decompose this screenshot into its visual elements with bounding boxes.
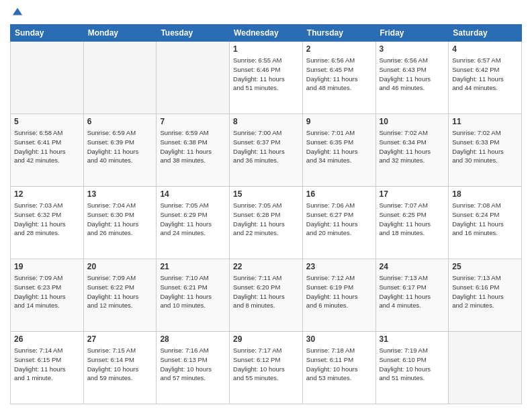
calendar-cell: 17Sunrise: 7:07 AM Sunset: 6:25 PM Dayli… [375, 187, 449, 259]
day-number: 24 [380, 262, 445, 271]
day-number: 1 [233, 44, 299, 54]
calendar-cell: 23Sunrise: 7:12 AM Sunset: 6:19 PM Dayli… [302, 259, 375, 332]
day-info: Sunrise: 6:57 AM Sunset: 6:42 PM Dayligh… [452, 56, 518, 93]
calendar-cell: 2Sunrise: 6:56 AM Sunset: 6:45 PM Daylig… [302, 42, 375, 114]
day-number: 12 [14, 189, 80, 199]
calendar-cell: 4Sunrise: 6:57 AM Sunset: 6:42 PM Daylig… [449, 42, 522, 114]
weekday-header-tuesday: Tuesday [157, 25, 230, 42]
day-info: Sunrise: 6:58 AM Sunset: 6:41 PM Dayligh… [14, 128, 80, 165]
day-number: 5 [14, 117, 80, 126]
weekday-header-sunday: Sunday [11, 25, 84, 42]
day-number: 26 [14, 334, 80, 344]
day-info: Sunrise: 7:10 AM Sunset: 6:21 PM Dayligh… [160, 273, 226, 310]
calendar-week-row: 1Sunrise: 6:55 AM Sunset: 6:46 PM Daylig… [11, 42, 522, 114]
day-info: Sunrise: 7:08 AM Sunset: 6:24 PM Dayligh… [452, 201, 518, 238]
day-info: Sunrise: 7:12 AM Sunset: 6:19 PM Dayligh… [306, 273, 372, 310]
day-number: 18 [452, 189, 518, 199]
calendar-cell: 28Sunrise: 7:16 AM Sunset: 6:13 PM Dayli… [157, 332, 230, 404]
day-info: Sunrise: 7:09 AM Sunset: 6:22 PM Dayligh… [87, 273, 153, 310]
weekday-header-monday: Monday [83, 25, 157, 42]
day-number: 11 [452, 117, 518, 126]
day-info: Sunrise: 7:02 AM Sunset: 6:33 PM Dayligh… [452, 128, 518, 165]
calendar-cell: 8Sunrise: 7:00 AM Sunset: 6:37 PM Daylig… [230, 114, 303, 187]
weekday-header-thursday: Thursday [302, 25, 375, 42]
day-number: 6 [87, 117, 153, 126]
day-number: 4 [452, 44, 518, 54]
day-info: Sunrise: 6:56 AM Sunset: 6:45 PM Dayligh… [306, 56, 372, 93]
calendar-cell: 31Sunrise: 7:19 AM Sunset: 6:10 PM Dayli… [375, 332, 449, 404]
calendar-cell: 14Sunrise: 7:05 AM Sunset: 6:29 PM Dayli… [157, 187, 230, 259]
day-info: Sunrise: 6:55 AM Sunset: 6:46 PM Dayligh… [233, 56, 299, 93]
day-number: 8 [233, 117, 299, 126]
weekday-header-wednesday: Wednesday [230, 25, 303, 42]
day-number: 9 [306, 117, 372, 126]
day-number: 20 [87, 262, 153, 271]
calendar-cell: 18Sunrise: 7:08 AM Sunset: 6:24 PM Dayli… [449, 187, 522, 259]
calendar-cell: 13Sunrise: 7:04 AM Sunset: 6:30 PM Dayli… [83, 187, 157, 259]
logo [10, 7, 24, 19]
calendar-week-row: 26Sunrise: 7:14 AM Sunset: 6:15 PM Dayli… [11, 332, 522, 404]
day-number: 22 [233, 262, 299, 271]
day-info: Sunrise: 7:15 AM Sunset: 6:14 PM Dayligh… [87, 346, 153, 383]
calendar-cell: 29Sunrise: 7:17 AM Sunset: 6:12 PM Dayli… [230, 332, 303, 404]
logo-text [10, 7, 24, 19]
svg-marker-0 [13, 8, 22, 15]
day-number: 23 [306, 262, 372, 271]
page: SundayMondayTuesdayWednesdayThursdayFrid… [0, 0, 532, 411]
calendar-cell: 3Sunrise: 6:56 AM Sunset: 6:43 PM Daylig… [375, 42, 449, 114]
calendar-cell: 27Sunrise: 7:15 AM Sunset: 6:14 PM Dayli… [83, 332, 157, 404]
day-number: 16 [306, 189, 372, 199]
day-info: Sunrise: 6:56 AM Sunset: 6:43 PM Dayligh… [380, 56, 445, 93]
calendar-week-row: 19Sunrise: 7:09 AM Sunset: 6:23 PM Dayli… [11, 259, 522, 332]
day-info: Sunrise: 7:11 AM Sunset: 6:20 PM Dayligh… [233, 273, 299, 310]
day-number: 2 [306, 44, 372, 54]
calendar-week-row: 12Sunrise: 7:03 AM Sunset: 6:32 PM Dayli… [11, 187, 522, 259]
day-info: Sunrise: 7:17 AM Sunset: 6:12 PM Dayligh… [233, 346, 299, 383]
day-info: Sunrise: 7:19 AM Sunset: 6:10 PM Dayligh… [380, 346, 445, 383]
weekday-header-friday: Friday [375, 25, 449, 42]
calendar-cell: 7Sunrise: 6:59 AM Sunset: 6:38 PM Daylig… [157, 114, 230, 187]
calendar-cell: 9Sunrise: 7:01 AM Sunset: 6:35 PM Daylig… [302, 114, 375, 187]
day-number: 21 [160, 262, 226, 271]
day-number: 25 [452, 262, 518, 271]
day-number: 31 [380, 334, 445, 344]
calendar-cell [83, 42, 157, 114]
calendar-cell: 30Sunrise: 7:18 AM Sunset: 6:11 PM Dayli… [302, 332, 375, 404]
calendar-cell: 1Sunrise: 6:55 AM Sunset: 6:46 PM Daylig… [230, 42, 303, 114]
calendar-cell: 21Sunrise: 7:10 AM Sunset: 6:21 PM Dayli… [157, 259, 230, 332]
day-info: Sunrise: 7:09 AM Sunset: 6:23 PM Dayligh… [14, 273, 80, 310]
day-info: Sunrise: 7:14 AM Sunset: 6:15 PM Dayligh… [14, 346, 80, 383]
day-info: Sunrise: 7:13 AM Sunset: 6:17 PM Dayligh… [380, 273, 445, 310]
calendar-cell: 10Sunrise: 7:02 AM Sunset: 6:34 PM Dayli… [375, 114, 449, 187]
day-number: 29 [233, 334, 299, 344]
calendar-table: SundayMondayTuesdayWednesdayThursdayFrid… [10, 24, 522, 404]
day-number: 13 [87, 189, 153, 199]
calendar-cell: 12Sunrise: 7:03 AM Sunset: 6:32 PM Dayli… [11, 187, 84, 259]
calendar-cell: 11Sunrise: 7:02 AM Sunset: 6:33 PM Dayli… [449, 114, 522, 187]
day-number: 28 [160, 334, 226, 344]
day-info: Sunrise: 6:59 AM Sunset: 6:38 PM Dayligh… [160, 128, 226, 165]
calendar-cell [11, 42, 84, 114]
day-info: Sunrise: 7:07 AM Sunset: 6:25 PM Dayligh… [380, 201, 445, 238]
day-number: 10 [380, 117, 445, 126]
day-number: 30 [306, 334, 372, 344]
day-info: Sunrise: 7:02 AM Sunset: 6:34 PM Dayligh… [380, 128, 445, 165]
day-number: 7 [160, 117, 226, 126]
calendar-cell [449, 332, 522, 404]
calendar-week-row: 5Sunrise: 6:58 AM Sunset: 6:41 PM Daylig… [11, 114, 522, 187]
calendar-cell: 16Sunrise: 7:06 AM Sunset: 6:27 PM Dayli… [302, 187, 375, 259]
calendar-cell: 15Sunrise: 7:05 AM Sunset: 6:28 PM Dayli… [230, 187, 303, 259]
day-number: 19 [14, 262, 80, 271]
calendar-cell: 5Sunrise: 6:58 AM Sunset: 6:41 PM Daylig… [11, 114, 84, 187]
day-info: Sunrise: 7:18 AM Sunset: 6:11 PM Dayligh… [306, 346, 372, 383]
day-info: Sunrise: 7:13 AM Sunset: 6:16 PM Dayligh… [452, 273, 518, 310]
day-info: Sunrise: 7:01 AM Sunset: 6:35 PM Dayligh… [306, 128, 372, 165]
calendar-cell: 26Sunrise: 7:14 AM Sunset: 6:15 PM Dayli… [11, 332, 84, 404]
day-info: Sunrise: 7:05 AM Sunset: 6:29 PM Dayligh… [160, 201, 226, 238]
calendar-cell [157, 42, 230, 114]
calendar-cell: 25Sunrise: 7:13 AM Sunset: 6:16 PM Dayli… [449, 259, 522, 332]
day-number: 14 [160, 189, 226, 199]
day-number: 17 [380, 189, 445, 199]
day-info: Sunrise: 7:00 AM Sunset: 6:37 PM Dayligh… [233, 128, 299, 165]
day-info: Sunrise: 7:03 AM Sunset: 6:32 PM Dayligh… [14, 201, 80, 238]
